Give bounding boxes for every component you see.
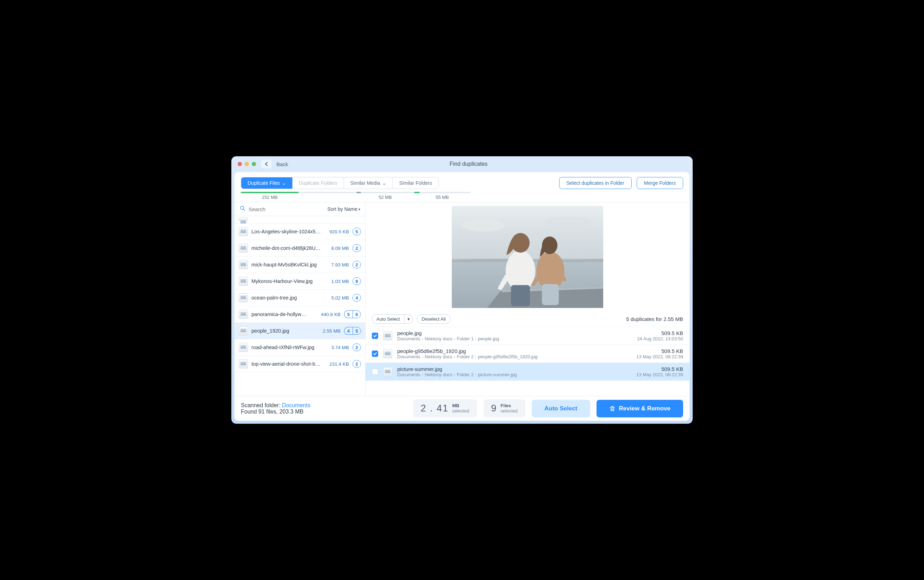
file-name: mick-haupt-Mv5sBKvlCkI.jpg — [251, 262, 328, 267]
file-list-pane: Sort by Name▾ Los-Angeles-skyline-1024x5… — [234, 203, 366, 396]
file-thumb-icon — [383, 367, 392, 376]
duplicate-name: picture-summer.jpg — [397, 366, 631, 372]
chevron-left-icon — [264, 161, 268, 166]
file-name: Mykonos-Harbour-View.jpg — [251, 278, 328, 284]
count-badge: 2 — [353, 343, 361, 351]
file-row[interactable]: mick-haupt-Mv5sBKvlCkI.jpg 7.93 MB 2 — [234, 257, 365, 273]
tab-similar-media[interactable]: Similar Media⌄ — [344, 177, 393, 189]
merge-folders-button[interactable]: Merge Folders — [637, 177, 683, 189]
found-summary: Found 91 files, 203.3 MB — [241, 409, 407, 415]
count-badge: 6 — [353, 310, 361, 318]
file-size: 3.74 MB — [332, 345, 349, 350]
duplicate-date: 24 Aug 2022, 13:03:50 — [637, 336, 683, 341]
preview-image — [452, 206, 603, 308]
chevron-down-icon[interactable]: ▾ — [404, 315, 413, 323]
file-size: 8.09 MB — [332, 246, 349, 251]
trash-icon — [609, 405, 615, 412]
duplicate-date: 13 May 2022, 09:22:39 — [636, 354, 683, 359]
file-size: 231.4 KB — [329, 361, 349, 367]
duplicate-row[interactable]: people-g95d6e2f5b_1920.jpg Documents ›Ne… — [366, 345, 690, 363]
duplicates-summary: 5 duplicates for 2.55 MB — [626, 316, 683, 322]
file-row[interactable]: ocean-palm-tree.jpg 5.02 MB 4 — [234, 290, 365, 306]
file-size: 440.8 KB — [321, 312, 340, 317]
file-row[interactable]: Los-Angeles-skyline-1024x5… 920.5 KB 5 — [234, 224, 365, 240]
back-button[interactable] — [261, 160, 272, 168]
count-badge: 4 — [344, 327, 353, 335]
footer-auto-select-button[interactable]: Auto Select — [532, 400, 590, 417]
count-badge: 5 — [344, 310, 353, 318]
file-name: ocean-palm-tree.jpg — [251, 295, 328, 301]
file-thumb-icon — [239, 244, 248, 253]
duplicate-size: 509.5 KB — [636, 366, 683, 372]
scan-info: Scanned folder: Documents Found 91 files… — [241, 402, 407, 415]
file-size: 7.93 MB — [332, 262, 349, 267]
content-area: Duplicate Files⌄ Duplicate Folders Simil… — [234, 172, 690, 421]
checkbox[interactable] — [372, 351, 378, 357]
search-input[interactable] — [249, 206, 324, 212]
file-name: Los-Angeles-skyline-1024x5… — [251, 229, 326, 234]
minimize-window-icon[interactable] — [245, 162, 249, 166]
svg-rect-2 — [452, 206, 603, 260]
back-label: Back — [276, 161, 288, 167]
file-size: 1.03 MB — [332, 279, 349, 284]
file-size: 2.55 MB — [323, 328, 340, 334]
duplicate-path: Documents ›Nektony docs ›Folder 1 ›peopl… — [397, 336, 632, 341]
scanned-folder-link[interactable]: Documents — [282, 402, 310, 408]
tab-duplicate-files[interactable]: Duplicate Files⌄ — [241, 177, 293, 189]
file-name: road-ahead-IXfNil-rWFw.jpg — [251, 344, 328, 350]
duplicate-name: people-g95d6e2f5b_1920.jpg — [397, 348, 631, 354]
svg-rect-7 — [511, 285, 530, 306]
file-name: people_1920.jpg — [251, 328, 319, 334]
search-row: Sort by Name▾ — [234, 203, 365, 216]
duplicate-row[interactable]: picture-summer.jpg Documents ›Nektony do… — [366, 363, 690, 381]
file-size: 5.02 MB — [332, 295, 349, 301]
tab-duplicate-folders[interactable]: Duplicate Folders — [293, 177, 344, 189]
main-split: Sort by Name▾ Los-Angeles-skyline-1024x5… — [234, 202, 690, 396]
file-thumb-icon — [239, 326, 248, 335]
maximize-window-icon[interactable] — [252, 162, 256, 166]
tab-similar-folders[interactable]: Similar Folders — [393, 177, 439, 189]
select-duplicates-button[interactable]: Select duplicates in Folder — [559, 177, 632, 189]
review-remove-button[interactable]: Review & Remove — [597, 400, 683, 417]
svg-point-5 — [543, 216, 592, 227]
file-row[interactable]: road-ahead-IXfNil-rWFw.jpg 3.74 MB 2 — [234, 339, 365, 356]
file-row[interactable]: micheile-dot-com-d4tBjk28U… 8.09 MB 2 — [234, 240, 365, 257]
count-badge: 9 — [353, 277, 361, 285]
sort-dropdown[interactable]: Sort by Name▾ — [327, 206, 360, 212]
file-thumb-icon — [383, 349, 392, 358]
top-toolbar: Duplicate Files⌄ Duplicate Folders Simil… — [234, 172, 690, 192]
file-thumb-icon — [239, 227, 248, 236]
duplicate-path: Documents ›Nektony docs ›Folder 2 ›peopl… — [397, 354, 631, 359]
svg-point-0 — [241, 206, 244, 209]
checkbox[interactable] — [372, 369, 378, 375]
file-row[interactable]: panoramica-de-hollyw… 440.8 KB 56 — [234, 306, 365, 323]
file-row[interactable]: people_1920.jpg 2.55 MB 45 — [234, 323, 365, 339]
auto-select-split-button[interactable]: Auto Select▾ — [372, 314, 413, 324]
window-title: Find duplicates — [293, 161, 686, 167]
file-thumb-icon — [239, 277, 248, 286]
file-size: 920.5 KB — [329, 229, 349, 234]
view-tabs: Duplicate Files⌄ Duplicate Folders Simil… — [241, 177, 439, 189]
count-badge: 2 — [353, 261, 361, 269]
duplicates-list[interactable]: people.jpg Documents ›Nektony docs ›Fold… — [366, 327, 690, 396]
duplicate-path: Documents ›Nektony docs ›Folder 2 ›pictu… — [397, 372, 631, 377]
preview-pane: Auto Select▾ Deselect All 5 duplicates f… — [366, 203, 690, 396]
file-name: panoramica-de-hollyw… — [251, 311, 317, 317]
size-bars: 152 MB . 52 MB 55 MB — [234, 192, 690, 202]
checkbox[interactable] — [372, 333, 378, 339]
stat-files-selected: 9 Filesselected — [483, 399, 525, 417]
titlebar: Back Find duplicates — [231, 156, 693, 172]
file-list[interactable]: Los-Angeles-skyline-1024x5… 920.5 KB 5 m… — [234, 216, 365, 396]
duplicate-row[interactable]: people.jpg Documents ›Nektony docs ›Fold… — [366, 327, 690, 345]
file-row[interactable]: top-view-aerial-drone-shot-b… 231.4 KB 2 — [234, 356, 365, 372]
deselect-all-button[interactable]: Deselect All — [417, 314, 451, 324]
duplicate-size: 509.5 KB — [637, 330, 683, 336]
stat-size-selected: 2 . 41 MBselected — [413, 399, 477, 417]
count-badge: 5 — [353, 327, 361, 335]
file-row[interactable]: Mykonos-Harbour-View.jpg 1.03 MB 9 — [234, 273, 365, 290]
close-window-icon[interactable] — [238, 162, 242, 166]
count-badge: 5 — [353, 228, 361, 236]
file-thumb-icon — [239, 218, 248, 221]
file-thumb-icon — [239, 260, 248, 269]
action-row: Auto Select▾ Deselect All 5 duplicates f… — [366, 311, 690, 327]
